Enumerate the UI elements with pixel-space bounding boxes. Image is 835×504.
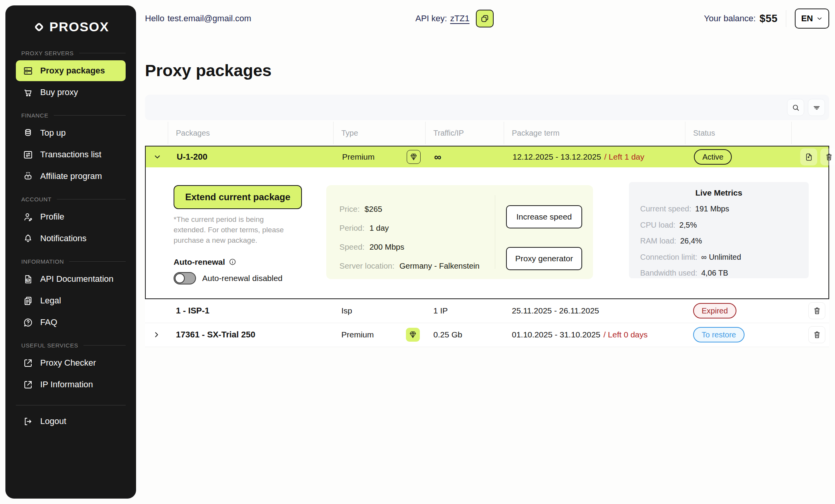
sidebar-item-label: Legal <box>40 296 61 306</box>
sidebar-item-label: Proxy packages <box>40 66 105 76</box>
status-badge: To restore <box>693 327 745 342</box>
metric-label: Current speed: <box>640 204 691 213</box>
sidebar-item-proxy-packages[interactable]: Proxy packages <box>16 60 126 81</box>
sidebar-item-affiliate-program[interactable]: Affiliate program <box>16 166 126 187</box>
balance-value: $55 <box>760 13 778 25</box>
page-title: Proxy packages <box>145 61 829 80</box>
status-badge: Active <box>694 149 732 165</box>
package-detail-panel: Price: $265 Period: 1 day Speed: 200 Mbp… <box>326 185 593 279</box>
table-row[interactable]: U-1-200 Premium ∞ 12.12.2025 - 13.12.202… <box>146 146 828 167</box>
detail-label: Price: <box>339 204 360 213</box>
trash-icon <box>813 330 821 339</box>
package-status-cell: Active <box>686 149 792 165</box>
api-key-label: API key: <box>415 14 447 24</box>
detail-value: $265 <box>365 204 382 213</box>
sidebar-item-legal[interactable]: Legal <box>16 290 126 311</box>
table-row[interactable]: 1 - ISP-1 Isp 1 IP 25.11.2025 - 26.11.20… <box>145 299 829 323</box>
detail-row-price: Price: $265 <box>339 204 495 214</box>
auto-renewal-toggle[interactable] <box>174 272 196 284</box>
column-header-actions <box>791 120 829 146</box>
sidebar-item-api-documentation[interactable]: API API Documentation <box>16 269 126 289</box>
sidebar-item-faq[interactable]: FAQ <box>16 312 126 333</box>
expand-row-button[interactable] <box>150 328 163 341</box>
metric-label: CPU load: <box>640 221 675 230</box>
sidebar-item-proxy-checker[interactable]: Proxy Checker <box>16 352 126 373</box>
increase-speed-button[interactable]: Increase speed <box>506 205 582 228</box>
metric-bandwidth-used: Bandwidth used: 4,06 TB <box>640 269 798 278</box>
sidebar-item-notifications[interactable]: Notifications <box>16 228 126 249</box>
section-label-useful-services: USEFUL SERVICES <box>21 342 126 349</box>
detail-row-server-location: Server location: Germany - Falkenstein <box>339 261 495 271</box>
metric-value: 2,5% <box>679 221 697 230</box>
language-selector[interactable]: EN <box>795 9 829 29</box>
auto-renewal-row: Auto-renewal disabled <box>174 272 326 284</box>
premium-gem-badge <box>406 328 420 342</box>
table-header: Packages Type Traffic/IP Package term St… <box>145 120 829 146</box>
sidebar-item-label: Buy proxy <box>40 87 78 97</box>
delete-package-button[interactable] <box>820 148 835 165</box>
sidebar-item-label: IP Information <box>40 380 93 390</box>
column-header-packages: Packages <box>168 120 333 146</box>
column-header-type: Type <box>333 120 425 146</box>
transactions-icon <box>23 150 33 160</box>
premium-gem-badge <box>407 150 421 164</box>
delete-package-button[interactable] <box>808 302 825 319</box>
collapse-row-button[interactable] <box>151 150 164 163</box>
info-icon[interactable] <box>228 258 237 266</box>
api-key-value[interactable]: zTZ1 <box>450 14 469 24</box>
package-status-cell: Expired <box>685 303 791 318</box>
detail-value: 1 day <box>370 223 389 232</box>
legal-docs-icon <box>23 296 33 306</box>
package-term-cell: 25.11.2025 - 26.11.2025 <box>504 306 685 315</box>
gem-icon <box>409 152 418 162</box>
file-download-icon <box>804 153 813 162</box>
copy-api-key-button[interactable] <box>476 10 494 27</box>
metric-label: RAM load: <box>640 237 676 245</box>
api-key-group: API key: zTZ1 <box>415 10 493 27</box>
sidebar-item-top-up[interactable]: Top up <box>16 123 126 143</box>
download-package-button[interactable] <box>800 148 817 165</box>
search-toolbar <box>145 95 829 120</box>
server-icon <box>23 66 33 76</box>
expanded-package-details: Extend current package *The current peri… <box>146 167 828 298</box>
chevron-down-icon <box>816 15 823 22</box>
detail-row-period: Period: 1 day <box>339 223 495 233</box>
sidebar: PROSOX PROXY SERVERS Proxy packages Buy … <box>5 5 136 499</box>
metric-value: 26,4% <box>680 237 702 245</box>
metric-value: ∞ Unlimited <box>701 253 741 262</box>
extend-package-button[interactable]: Extend current package <box>174 185 302 209</box>
topbar-right: Your balance: $55 EN <box>704 9 829 29</box>
greeting-word: Hello <box>145 14 164 24</box>
package-term-cell: 12.12.2025 - 13.12.2025 / Left 1 day <box>504 152 686 162</box>
delete-package-button[interactable] <box>808 326 825 343</box>
metric-value: 191 Mbps <box>695 204 729 213</box>
section-label-information: INFORMATION <box>21 258 126 265</box>
filter-button[interactable] <box>808 99 825 116</box>
sidebar-item-buy-proxy[interactable]: Buy proxy <box>16 82 126 103</box>
sidebar-item-transactions-list[interactable]: Transactions list <box>16 144 126 165</box>
section-label-finance: FINANCE <box>21 112 126 119</box>
api-file-icon: API <box>23 274 33 284</box>
package-status-cell: To restore <box>685 327 791 342</box>
gem-icon <box>408 330 418 339</box>
toggle-knob <box>175 273 185 283</box>
proxy-generator-button[interactable]: Proxy generator <box>506 247 582 270</box>
live-metrics-title: Live Metrics <box>640 188 798 198</box>
package-traffic: 1 IP <box>425 306 504 315</box>
table-row[interactable]: 17361 - SX-Trial 250 Premium 0.25 Gb 01.… <box>145 323 829 347</box>
sidebar-item-profile[interactable]: Profile <box>16 206 126 227</box>
metric-current-speed: Current speed: 191 Mbps <box>640 204 798 213</box>
search-button[interactable] <box>787 99 804 116</box>
metric-cpu-load: CPU load: 2,5% <box>640 221 798 230</box>
section-label-account: ACCOUNT <box>21 196 126 203</box>
column-header-term: Package term <box>504 120 685 146</box>
sidebar-item-ip-information[interactable]: IP Information <box>16 374 126 395</box>
metric-label: Bandwidth used: <box>640 269 697 278</box>
package-name: 1 - ISP-1 <box>168 306 333 316</box>
sidebar-item-logout[interactable]: Logout <box>16 411 126 432</box>
sidebar-item-label: Logout <box>40 416 66 426</box>
bell-icon <box>23 233 33 244</box>
sidebar-divider <box>16 405 126 405</box>
cart-icon <box>23 87 33 98</box>
balance: Your balance: $55 <box>704 13 777 25</box>
